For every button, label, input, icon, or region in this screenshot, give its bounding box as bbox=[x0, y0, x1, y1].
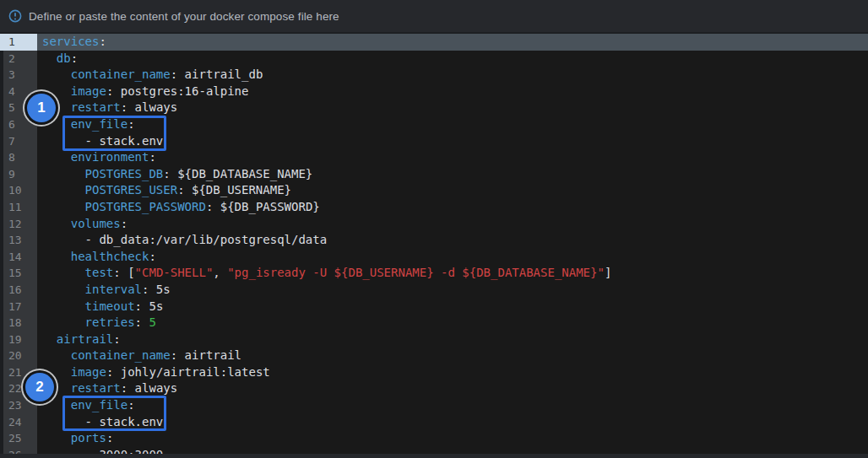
line-number: 13 bbox=[0, 232, 37, 249]
code-text[interactable]: - db_data:/var/lib/postgresql/data bbox=[37, 232, 868, 249]
code-line[interactable]: 2 db: bbox=[0, 51, 868, 67]
line-number: 9 bbox=[0, 166, 37, 183]
line-number: 11 bbox=[0, 199, 37, 216]
annotation-box-env-file-1 bbox=[62, 116, 166, 151]
code-text[interactable]: volumes: bbox=[37, 216, 868, 233]
header-bar: Define or paste the content of your dock… bbox=[0, 0, 868, 34]
code-text[interactable]: environment: bbox=[37, 149, 868, 166]
line-number: 1 bbox=[0, 34, 37, 51]
hint-text: Define or paste the content of your dock… bbox=[29, 10, 339, 23]
line-number: 17 bbox=[0, 299, 37, 315]
code-line[interactable]: 9 POSTGRES_DB: ${DB_DATABASE_NAME} bbox=[0, 166, 868, 183]
line-number: 15 bbox=[0, 265, 37, 282]
code-text[interactable]: airtrail: bbox=[37, 331, 868, 348]
code-text[interactable]: POSTGRES_DB: ${DB_DATABASE_NAME} bbox=[37, 166, 868, 183]
code-line[interactable]: 5 restart: always bbox=[0, 100, 868, 116]
code-line[interactable]: 21 image: johly/airtrail:latest bbox=[0, 364, 868, 381]
code-line[interactable]: 3 container_name: airtrail_db bbox=[0, 67, 868, 84]
code-text[interactable]: restart: always bbox=[37, 100, 868, 116]
line-number: 2 bbox=[0, 51, 37, 67]
info-icon bbox=[8, 9, 22, 23]
code-text[interactable]: test: ["CMD-SHELL", "pg_isready -U ${DB_… bbox=[37, 265, 868, 282]
code-line[interactable]: 18 retries: 5 bbox=[0, 315, 868, 331]
line-number: 7 bbox=[0, 133, 37, 150]
code-line[interactable]: 20 container_name: airtrail bbox=[0, 348, 868, 364]
line-number: 14 bbox=[0, 249, 37, 266]
code-line[interactable]: 8 environment: bbox=[0, 149, 868, 166]
code-text[interactable]: retries: 5 bbox=[37, 315, 868, 331]
code-line[interactable]: 14 healthcheck: bbox=[0, 249, 868, 266]
code-line[interactable]: 12 volumes: bbox=[0, 216, 868, 233]
line-number: 20 bbox=[0, 348, 37, 364]
code-text[interactable]: container_name: airtrail bbox=[37, 348, 868, 364]
line-number: 3 bbox=[0, 67, 37, 84]
code-text[interactable]: healthcheck: bbox=[37, 249, 868, 266]
code-line[interactable]: 19 airtrail: bbox=[0, 331, 868, 348]
line-number: 12 bbox=[0, 216, 37, 233]
annotation-marker-2: 2 bbox=[25, 373, 54, 401]
line-number: 24 bbox=[0, 414, 37, 431]
line-number: 18 bbox=[0, 315, 37, 331]
line-number: 19 bbox=[0, 331, 37, 348]
code-line[interactable]: 15 test: ["CMD-SHELL", "pg_isready -U ${… bbox=[0, 265, 868, 282]
code-text[interactable]: POSTGRES_PASSWORD: ${DB_PASSWORD} bbox=[37, 199, 868, 216]
code-text[interactable]: timeout: 5s bbox=[37, 299, 868, 315]
horizontal-scrollbar[interactable] bbox=[0, 454, 868, 458]
line-number: 16 bbox=[0, 282, 37, 299]
code-line[interactable]: 13 - db_data:/var/lib/postgresql/data bbox=[0, 232, 868, 249]
line-number: 10 bbox=[0, 182, 37, 199]
code-text[interactable]: interval: 5s bbox=[37, 282, 868, 299]
annotation-marker-1: 1 bbox=[27, 94, 56, 122]
code-text[interactable]: image: johly/airtrail:latest bbox=[37, 364, 868, 381]
line-number: 8 bbox=[0, 149, 37, 166]
code-line[interactable]: 25 ports: bbox=[0, 430, 868, 447]
code-line[interactable]: 1services: bbox=[0, 34, 868, 51]
code-text[interactable]: container_name: airtrail_db bbox=[37, 67, 868, 84]
code-line[interactable]: 11 POSTGRES_PASSWORD: ${DB_PASSWORD} bbox=[0, 199, 868, 216]
code-line[interactable]: 16 interval: 5s bbox=[0, 282, 868, 299]
code-line[interactable]: 4 image: postgres:16-alpine bbox=[0, 84, 868, 100]
line-number: 23 bbox=[0, 397, 37, 414]
code-text[interactable]: ports: bbox=[37, 430, 868, 447]
code-text[interactable]: POSTGRES_USER: ${DB_USERNAME} bbox=[37, 182, 868, 199]
code-editor[interactable]: 1services:2 db:3 container_name: airtrai… bbox=[0, 34, 868, 458]
code-text[interactable]: image: postgres:16-alpine bbox=[37, 84, 868, 100]
line-number: 25 bbox=[0, 430, 37, 447]
code-line[interactable]: 10 POSTGRES_USER: ${DB_USERNAME} bbox=[0, 182, 868, 199]
code-text[interactable]: db: bbox=[37, 51, 868, 67]
code-text[interactable]: services: bbox=[37, 34, 868, 51]
annotation-box-env-file-2 bbox=[62, 396, 166, 431]
code-line[interactable]: 17 timeout: 5s bbox=[0, 299, 868, 315]
